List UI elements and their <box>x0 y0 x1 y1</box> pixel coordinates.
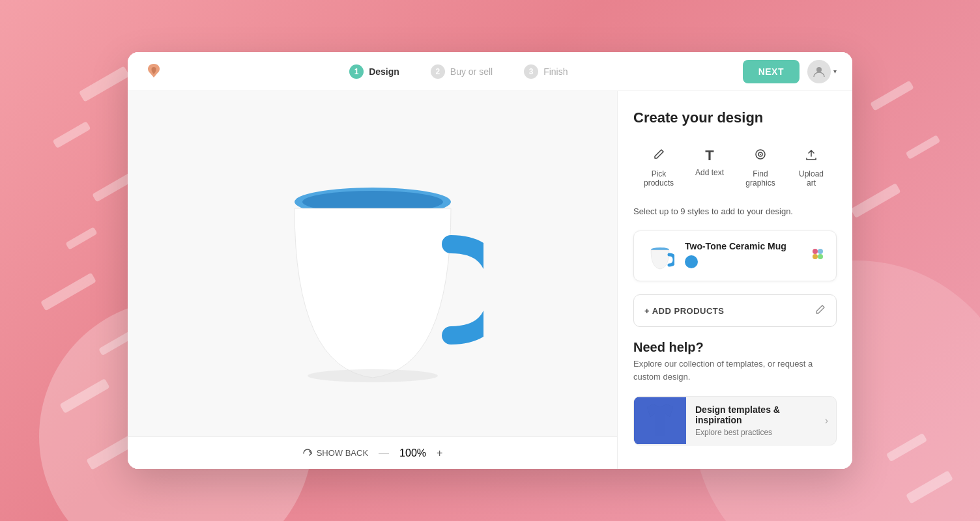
tool-pick-products[interactable]: Pick products <box>633 142 684 193</box>
zoom-level: 100% <box>399 447 426 459</box>
svg-point-11 <box>818 254 823 259</box>
template-thumb <box>634 397 686 444</box>
right-panel: Create your design Pick products T Add t… <box>618 91 852 469</box>
tool-add-text[interactable]: T Add text <box>684 142 735 193</box>
rotate-icon <box>302 448 313 458</box>
pick-products-icon <box>652 147 666 165</box>
template-card-desc: Explore best practices <box>695 428 808 437</box>
tool-find-graphics[interactable]: Find graphics <box>735 142 786 193</box>
header-actions: NEXT ▾ <box>743 60 837 83</box>
step-label-design: Design <box>369 66 399 77</box>
svg-point-3 <box>308 369 438 382</box>
design-tools: Pick products T Add text Find graphics <box>633 142 837 193</box>
zoom-in-button[interactable]: + <box>437 447 442 459</box>
select-hint: Select up to 9 styles to add to your des… <box>633 206 837 218</box>
step-label-buy-sell: Buy or sell <box>450 66 493 77</box>
find-graphics-label: Find graphics <box>743 169 778 188</box>
step-label-finish: Finish <box>543 66 568 77</box>
app-window: 1 Design 2 Buy or sell 3 Finish NEXT <box>128 52 852 469</box>
add-products-button[interactable]: + ADD PRODUCTS <box>633 294 837 327</box>
step-num-design: 1 <box>349 64 364 79</box>
product-info: Two-Tone Ceramic Mug <box>685 241 802 271</box>
step-num-buy-sell: 2 <box>431 64 445 79</box>
help-section: Need help? Explore our collection of tem… <box>633 340 837 383</box>
product-actions <box>811 247 826 265</box>
avatar[interactable] <box>807 60 831 83</box>
canvas-toolbar: SHOW BACK — 100% + <box>128 436 617 469</box>
add-products-label: + ADD PRODUCTS <box>644 306 724 316</box>
chevron-down-icon: ▾ <box>833 68 837 75</box>
template-arrow-icon: › <box>817 407 836 434</box>
svg-point-10 <box>813 254 818 259</box>
avatar-wrapper[interactable]: ▾ <box>807 60 837 83</box>
nav-step-finish[interactable]: 3 Finish <box>524 64 568 79</box>
zoom-separator: — <box>379 447 389 459</box>
add-text-icon: T <box>705 147 713 164</box>
nav-step-design[interactable]: 1 Design <box>349 64 399 79</box>
main-content: SHOW BACK — 100% + Create your design Pi… <box>128 91 852 469</box>
show-back-label: SHOW BACK <box>317 448 368 458</box>
edit-icon <box>815 304 826 317</box>
template-card-name: Design templates & inspiration <box>695 404 808 425</box>
nav-step-buy-sell[interactable]: 2 Buy or sell <box>431 64 493 79</box>
product-color-swatch[interactable] <box>685 255 698 268</box>
show-back-button[interactable]: SHOW BACK <box>302 448 368 458</box>
mug-container <box>128 91 617 436</box>
tool-upload-art[interactable]: Upload art <box>786 142 837 193</box>
svg-point-6 <box>760 154 761 155</box>
add-colors-button[interactable] <box>811 247 826 265</box>
template-info: Design templates & inspiration Explore b… <box>686 397 817 445</box>
mug-svg <box>262 147 483 381</box>
canvas-panel: SHOW BACK — 100% + <box>128 91 618 469</box>
step-num-finish: 3 <box>524 64 538 79</box>
product-name: Two-Tone Ceramic Mug <box>685 241 802 251</box>
pick-products-label: Pick products <box>641 169 676 188</box>
logo-icon <box>143 61 164 82</box>
header: 1 Design 2 Buy or sell 3 Finish NEXT <box>128 52 852 91</box>
product-card: Two-Tone Ceramic Mug <box>633 231 837 281</box>
next-button[interactable]: NEXT <box>743 60 800 83</box>
need-help-desc: Explore our collection of templates, or … <box>633 358 837 383</box>
svg-point-8 <box>813 249 818 254</box>
find-graphics-icon <box>753 147 768 165</box>
nav-steps: 1 Design 2 Buy or sell 3 Finish <box>175 64 743 79</box>
add-text-label: Add text <box>695 168 724 177</box>
upload-art-label: Upload art <box>794 169 829 188</box>
product-thumb <box>644 240 676 272</box>
svg-point-0 <box>816 67 822 72</box>
create-design-title: Create your design <box>633 109 837 126</box>
logo-area <box>143 61 175 82</box>
template-card[interactable]: Design templates & inspiration Explore b… <box>633 396 837 445</box>
need-help-title: Need help? <box>633 340 837 355</box>
upload-art-icon <box>804 147 818 165</box>
svg-point-9 <box>818 249 823 254</box>
